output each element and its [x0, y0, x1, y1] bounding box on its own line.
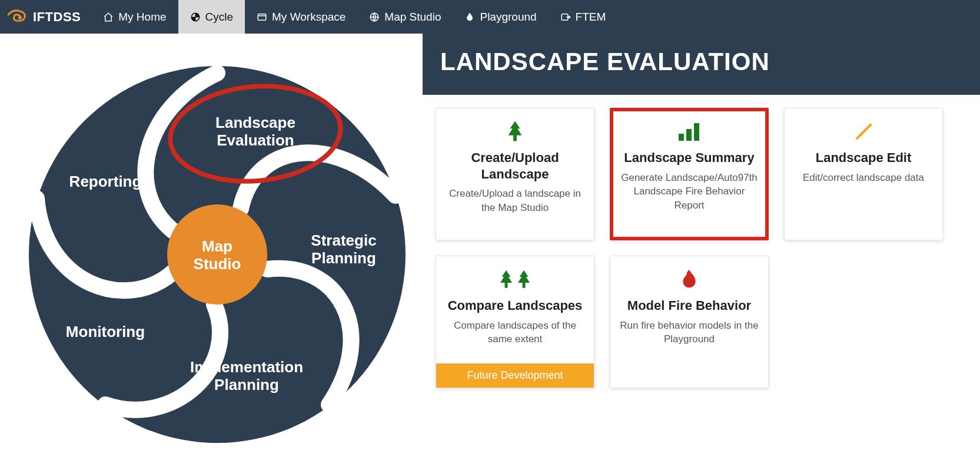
nav-cycle-label: Cycle — [205, 11, 234, 24]
wheel-segment-strategic-planning[interactable]: Strategic Planning — [311, 231, 376, 267]
wheel-center-line2: Studio — [194, 255, 241, 273]
svg-rect-16 — [679, 134, 684, 141]
card-desc: Compare landscapes of the same extent — [444, 319, 586, 347]
export-icon — [560, 12, 571, 22]
svg-text:Reporting: Reporting — [69, 173, 142, 190]
card-desc: Generate Landscape/Auto97th Landscape Fi… — [619, 171, 760, 213]
nav-playground-label: Playground — [480, 11, 536, 24]
svg-rect-17 — [686, 129, 692, 141]
nav-playground[interactable]: Playground — [453, 0, 548, 34]
brand-logo-icon — [7, 8, 27, 27]
card-desc: Edit/correct landscape data — [803, 171, 924, 185]
top-nav: IFTDSS My Home Cycle My Workspace Map St… — [0, 0, 980, 34]
wheel-segment-reporting[interactable]: Reporting — [69, 173, 142, 190]
card-desc: Run fire behavior models in the Playgrou… — [619, 319, 760, 347]
wheel-segment-monitoring[interactable]: Monitoring — [66, 323, 145, 340]
card-landscape-summary[interactable]: Landscape Summary Generate Landscape/Aut… — [610, 108, 769, 240]
page-header: LANDSCAPE EVALUATION — [423, 34, 980, 95]
card-title-line1: Create/Upload — [471, 150, 559, 166]
page-title: LANDSCAPE EVALUATION — [440, 48, 962, 76]
svg-rect-18 — [694, 123, 699, 141]
pencil-icon — [853, 119, 874, 145]
home-icon — [103, 12, 114, 22]
two-trees-icon — [497, 267, 533, 293]
nav-mapstudio-label: Map Studio — [384, 11, 441, 24]
nav-ftem[interactable]: FTEM — [549, 0, 618, 34]
nav-ftem-label: FTEM — [576, 11, 606, 24]
wheel-segment-landscape-evaluation[interactable]: Landscape Evaluation — [215, 114, 295, 149]
svg-text:Monitoring: Monitoring — [66, 323, 145, 340]
svg-text:Implementation: Implementation — [190, 358, 303, 376]
content: Map Studio Landscape Evaluation Strategi… — [0, 34, 980, 443]
card-compare-landscapes[interactable]: Compare Landscapes Compare landscapes of… — [436, 256, 594, 388]
card-title: Compare Landscapes — [448, 297, 583, 314]
card-create-upload-landscape[interactable]: Create/Upload Landscape Create/Upload a … — [436, 108, 594, 240]
card-title: Model Fire Behavior — [627, 297, 751, 314]
card-model-fire-behavior[interactable]: Model Fire Behavior Run fire behavior mo… — [610, 256, 769, 388]
nav-map-studio[interactable]: Map Studio — [357, 0, 453, 34]
nav-workspace-label: My Workspace — [272, 11, 346, 24]
nav-items: My Home Cycle My Workspace Map Studio Pl… — [91, 0, 617, 34]
flame-icon — [680, 267, 699, 293]
svg-rect-2 — [258, 14, 266, 20]
card-title: Landscape Summary — [624, 150, 754, 166]
card-title: Landscape Edit — [816, 150, 912, 166]
nav-my-workspace[interactable]: My Workspace — [245, 0, 357, 34]
svg-text:Evaluation: Evaluation — [217, 131, 294, 149]
fire-icon — [464, 12, 475, 22]
cycle-wheel: Map Studio Landscape Evaluation Strategi… — [8, 37, 414, 443]
right-panel: LANDSCAPE EVALUATION Create/Upload Lands… — [423, 34, 980, 443]
wheel-center-line1: Map — [202, 237, 232, 255]
cycle-icon — [190, 12, 201, 22]
card-grid: Create/Upload Landscape Create/Upload a … — [423, 95, 980, 401]
card-landscape-edit[interactable]: Landscape Edit Edit/correct landscape da… — [784, 108, 943, 240]
svg-text:Planning: Planning — [214, 376, 279, 393]
globe-icon — [369, 12, 380, 22]
workspace-icon — [257, 12, 267, 22]
nav-my-home-label: My Home — [118, 11, 166, 24]
cycle-wheel-panel: Map Studio Landscape Evaluation Strategi… — [0, 34, 423, 443]
card-title-line2: Landscape — [471, 166, 559, 183]
brand-name: IFTDSS — [33, 9, 81, 25]
svg-point-0 — [18, 16, 22, 19]
nav-cycle[interactable]: Cycle — [178, 0, 245, 34]
brand[interactable]: IFTDSS — [0, 0, 91, 34]
svg-text:Strategic: Strategic — [311, 231, 376, 249]
svg-text:Planning: Planning — [311, 249, 376, 267]
bar-chart-icon — [677, 119, 701, 145]
future-development-badge: Future Development — [436, 363, 594, 388]
svg-text:Landscape: Landscape — [215, 114, 295, 131]
nav-my-home[interactable]: My Home — [91, 0, 178, 34]
tree-icon — [505, 119, 525, 145]
card-desc: Create/Upload a landscape in the Map Stu… — [444, 187, 586, 215]
